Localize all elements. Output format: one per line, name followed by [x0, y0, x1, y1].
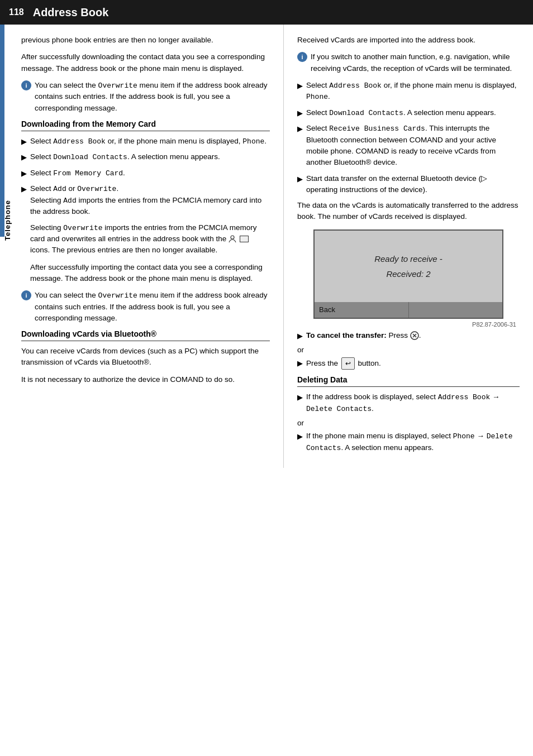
device-caption: P82.87-2006-31: [297, 321, 516, 328]
arrow-icon: ▶: [297, 392, 303, 403]
cancel-icon: [410, 331, 419, 340]
left-column: previous phone book entries are then no …: [16, 25, 284, 468]
svg-point-0: [231, 236, 234, 239]
intro-para-2: After successfully downloading the conta…: [21, 51, 270, 74]
right-bullet-4: ▶ Start data transfer on the external Bl…: [297, 173, 520, 196]
right-bullet-2: ▶ Select Download Contacts. A selection …: [297, 107, 520, 119]
section-heading-bluetooth: Downloading vCards via Bluetooth®: [21, 329, 270, 341]
bluetooth-para-1: You can receive vCards from devices (suc…: [21, 346, 270, 369]
page-header: 118 Address Book: [0, 0, 533, 25]
arrow-icon: ▶: [297, 80, 303, 92]
right-bullet-3: ▶ Select Receive Business Cards. This in…: [297, 123, 520, 168]
arrow-icon: ▶: [297, 431, 303, 442]
card-icon: [240, 236, 249, 242]
page-number: 118: [9, 7, 24, 17]
back-button-icon: ↩: [341, 357, 355, 370]
right-bullet-1: ▶ Select Address Book or, if the phone m…: [297, 80, 520, 103]
bullet-memory-4: ▶ Select Add or Overwrite. Selecting Add…: [21, 183, 270, 217]
bullet-memory-1: ▶ Select Address Book or, if the phone m…: [21, 136, 270, 147]
cancel-label: To cancel the transfer:: [306, 331, 387, 339]
info-icon-1: i: [21, 80, 31, 90]
device-screen: Ready to receive - Received: 2 Back: [313, 229, 503, 319]
section-heading-memory-card: Downloading from the Memory Card: [21, 119, 270, 131]
info-block-2: i You can select the Overwrite menu item…: [21, 290, 270, 324]
info-icon-right: i: [297, 52, 307, 62]
intro-para-1: previous phone book entries are then no …: [21, 35, 270, 46]
info-block-1: i You can select the Overwrite menu item…: [21, 80, 270, 114]
arrow-icon: ▶: [21, 152, 27, 163]
bluetooth-para-2: It is not necessary to authorize the dev…: [21, 374, 270, 385]
arrow-icon: ▶: [21, 136, 27, 147]
section-heading-deleting: Deleting Data: [297, 375, 520, 387]
page-title: Address Book: [33, 6, 109, 19]
arrow-icon: ▶: [297, 331, 303, 342]
arrow-icon: ▶: [297, 174, 303, 185]
cancel-transfer-item: ▶ To cancel the transfer: Press .: [297, 330, 520, 342]
device-btn-2: [409, 302, 503, 318]
deleting-bullet-1: ▶ If the address book is displayed, sele…: [297, 391, 520, 414]
info-block-right: i If you switch to another main function…: [297, 51, 520, 74]
device-back-button[interactable]: Back: [315, 302, 409, 318]
right-column: Received vCards are imported into the ad…: [284, 25, 533, 468]
sidebar-label: Telephone: [0, 25, 16, 415]
arrow-icon: ▶: [21, 184, 27, 195]
or-separator-1: or: [297, 346, 520, 354]
person-icon: [229, 235, 236, 243]
after-import-para: After successfully importing the contact…: [30, 262, 270, 285]
screen-line-1: Ready to receive -: [374, 251, 442, 266]
arrow-icon: ▶: [21, 168, 27, 179]
arrow-icon: ▶: [297, 358, 303, 369]
info-icon-2: i: [21, 290, 31, 300]
press-back-item: ▶ Press the ↩ button.: [297, 357, 520, 370]
right-intro-para: Received vCards are imported into the ad…: [297, 35, 520, 46]
device-content: Ready to receive - Received: 2: [315, 231, 502, 302]
deleting-bullet-2: ▶ If the phone main menu is displayed, s…: [297, 430, 520, 453]
transfer-para: The data on the vCards is automatically …: [297, 200, 520, 223]
bullet-memory-2: ▶ Select Download Contacts. A selection …: [21, 151, 270, 163]
main-content: previous phone book entries are then no …: [16, 25, 533, 468]
screen-line-2: Received: 2: [386, 266, 430, 281]
arrow-icon: ▶: [297, 108, 303, 119]
or-separator-2: or: [297, 419, 520, 427]
overwrite-para: Selecting Overwrite imports the entries …: [30, 222, 270, 256]
device-footer: Back: [315, 302, 502, 318]
arrow-icon: ▶: [297, 123, 303, 135]
bullet-memory-3: ▶ Select From Memory Card.: [21, 168, 270, 179]
